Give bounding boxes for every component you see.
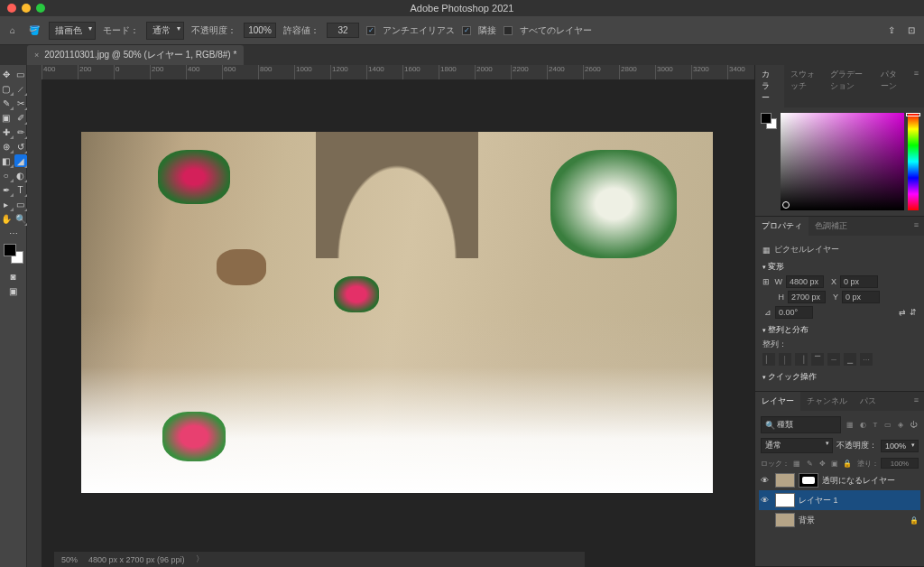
align-left-icon[interactable]: ▏ xyxy=(762,353,775,366)
tab-paths[interactable]: パス xyxy=(854,392,882,411)
panel-color-swatches[interactable] xyxy=(761,113,777,129)
color-field[interactable] xyxy=(781,113,904,210)
hand-tool[interactable]: ✋ xyxy=(0,212,13,225)
color-cursor[interactable] xyxy=(782,201,790,209)
quick-mask-toggle[interactable]: ◙ xyxy=(7,270,20,283)
dodge-tool[interactable]: ◐ xyxy=(14,169,27,181)
fg-swatch[interactable] xyxy=(761,113,772,124)
bucket-tool-icon[interactable]: 🪣 xyxy=(27,23,42,38)
bucket-tool[interactable]: ◢ xyxy=(14,154,27,167)
layer-row[interactable]: 👁 透明になるレイヤー xyxy=(759,470,920,490)
layer-row[interactable]: 👁 レイヤー 1 xyxy=(759,490,920,510)
tab-color[interactable]: カラー xyxy=(755,65,784,107)
opacity-input[interactable]: 100% xyxy=(244,23,276,38)
layer-name[interactable]: 背景 xyxy=(799,515,815,526)
zoom-tool[interactable]: 🔍 xyxy=(14,212,27,225)
height-input[interactable]: 2700 px xyxy=(788,291,826,303)
healing-tool[interactable]: ✚ xyxy=(0,125,13,138)
layer-blend-select[interactable]: 通常 xyxy=(761,438,833,453)
panel-menu-icon[interactable]: ≡ xyxy=(909,65,924,107)
edit-toolbar[interactable]: ⋯ xyxy=(7,227,20,239)
panel-menu-icon[interactable]: ≡ xyxy=(909,217,924,236)
vertical-ruler[interactable] xyxy=(27,79,42,567)
search-icon[interactable]: ⊡ xyxy=(904,23,919,38)
layer-thumb[interactable] xyxy=(775,473,795,488)
blur-tool[interactable]: ○ xyxy=(0,169,13,181)
align-section[interactable]: 整列と分布 xyxy=(762,324,917,336)
layer-thumb[interactable] xyxy=(775,513,795,527)
transform-section[interactable]: 変形 xyxy=(762,261,917,273)
pen-tool[interactable]: ✒ xyxy=(0,183,13,196)
hue-cursor[interactable] xyxy=(906,113,920,116)
all-layers-checkbox[interactable] xyxy=(504,26,513,35)
fill-source-select[interactable]: 描画色 xyxy=(49,22,96,40)
filter-shape-icon[interactable]: ▭ xyxy=(882,420,893,431)
foreground-color-swatch[interactable] xyxy=(4,244,16,256)
document-tab[interactable]: × 2020110301.jpg @ 50% (レイヤー 1, RGB/8#) … xyxy=(27,45,244,65)
type-tool[interactable]: T xyxy=(14,183,27,196)
crop-tool[interactable]: ✂ xyxy=(14,97,27,109)
close-tab-icon[interactable]: × xyxy=(34,51,39,60)
stamp-tool[interactable]: ⊛ xyxy=(0,140,13,153)
horizontal-ruler[interactable]: 4002000200400600800100012001400160018002… xyxy=(42,65,754,79)
lasso-tool[interactable]: ⟋ xyxy=(14,82,27,95)
tab-channels[interactable]: チャンネル xyxy=(800,392,854,411)
width-input[interactable]: 4800 px xyxy=(786,275,824,288)
filter-pixel-icon[interactable]: ▦ xyxy=(845,420,855,431)
status-chevron-icon[interactable]: 〉 xyxy=(196,553,204,565)
layer-filter-select[interactable]: 🔍 種類 xyxy=(761,416,841,433)
antialias-checkbox[interactable]: ✓ xyxy=(366,26,375,35)
lock-position-icon[interactable]: ✥ xyxy=(817,458,827,469)
color-swatches[interactable] xyxy=(4,244,23,264)
lock-transparent-icon[interactable]: ▦ xyxy=(791,458,802,469)
blend-mode-select[interactable]: 通常 xyxy=(146,22,184,40)
home-icon[interactable]: ⌂ xyxy=(5,23,20,38)
filter-adjust-icon[interactable]: ◐ xyxy=(857,420,868,431)
visibility-toggle[interactable]: 👁 xyxy=(761,496,772,505)
zoom-level[interactable]: 50% xyxy=(61,555,78,564)
lock-artboard-icon[interactable]: ▣ xyxy=(829,458,840,469)
ruler-origin[interactable] xyxy=(27,65,42,79)
lock-all-icon[interactable]: 🔒 xyxy=(842,458,853,469)
filter-toggle[interactable]: ⏻ xyxy=(908,420,919,431)
layer-mask-thumb[interactable] xyxy=(799,473,818,488)
quick-actions-section[interactable]: クイック操作 xyxy=(762,371,917,383)
screen-mode-toggle[interactable]: ▣ xyxy=(7,284,20,297)
brush-tool[interactable]: ✏ xyxy=(14,125,27,138)
align-vcenter-icon[interactable]: ─ xyxy=(827,353,840,366)
tab-swatches[interactable]: スウォッチ xyxy=(784,65,824,107)
layer-row[interactable]: 背景 🔒 xyxy=(759,510,920,530)
tab-adjustments[interactable]: 色調補正 xyxy=(808,217,854,236)
quick-select-tool[interactable]: ✎ xyxy=(0,97,13,109)
tab-patterns[interactable]: パターン xyxy=(874,65,909,107)
flip-v-icon[interactable]: ⇵ xyxy=(910,308,917,317)
move-tool[interactable]: ✥ xyxy=(0,68,13,80)
frame-tool[interactable]: ▣ xyxy=(0,111,13,124)
link-wh-icon[interactable]: ⊞ xyxy=(762,277,770,286)
layer-opacity-input[interactable]: 100% xyxy=(881,440,919,452)
y-input[interactable]: 0 px xyxy=(842,291,880,303)
path-select-tool[interactable]: ▸ xyxy=(0,198,13,210)
document-canvas[interactable] xyxy=(81,132,713,493)
eraser-tool[interactable]: ◧ xyxy=(0,154,13,167)
flip-h-icon[interactable]: ⇄ xyxy=(899,308,906,317)
align-more-icon[interactable]: ⋯ xyxy=(860,353,873,366)
lock-pixels-icon[interactable]: ✎ xyxy=(804,458,815,469)
shape-tool[interactable]: ▭ xyxy=(14,198,27,210)
eyedropper-tool[interactable]: ✐ xyxy=(14,111,27,124)
layer-name[interactable]: 透明になるレイヤー xyxy=(822,475,895,487)
align-right-icon[interactable]: ▕ xyxy=(795,353,808,366)
tolerance-input[interactable]: 32 xyxy=(327,23,359,38)
align-hcenter-icon[interactable]: │ xyxy=(779,353,791,366)
panel-menu-icon[interactable]: ≡ xyxy=(909,392,924,411)
share-icon[interactable]: ⇪ xyxy=(884,23,899,38)
visibility-toggle[interactable]: 👁 xyxy=(761,476,772,485)
artboard-tool[interactable]: ▭ xyxy=(14,68,27,80)
marquee-tool[interactable]: ▢ xyxy=(0,82,13,95)
x-input[interactable]: 0 px xyxy=(840,275,878,288)
hue-slider[interactable] xyxy=(908,113,919,210)
tab-gradients[interactable]: グラデーション xyxy=(824,65,874,107)
filter-smart-icon[interactable]: ◈ xyxy=(895,420,906,431)
layer-name[interactable]: レイヤー 1 xyxy=(799,495,838,507)
align-top-icon[interactable]: ▔ xyxy=(811,353,824,366)
